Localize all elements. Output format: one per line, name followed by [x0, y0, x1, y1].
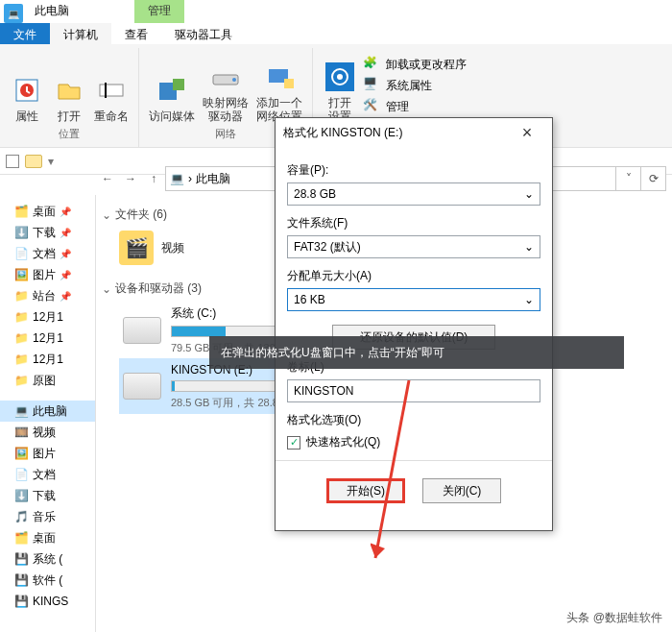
- document-icon: 📄: [13, 246, 29, 261]
- tree-music[interactable]: 🎵音乐: [0, 506, 95, 527]
- ribbon-line-label: 卸载或更改程序: [386, 57, 467, 73]
- svg-point-7: [232, 78, 236, 82]
- tab-manage[interactable]: 管理: [134, 0, 184, 23]
- options-label: 格式化选项(O): [287, 412, 540, 428]
- tree-label: 图片: [33, 446, 56, 462]
- folder-icon: 📁: [13, 373, 29, 388]
- checkbox[interactable]: [6, 155, 19, 168]
- uninstall-icon: 🧩: [363, 56, 380, 73]
- tile-videos[interactable]: 🎬 视频: [119, 229, 253, 267]
- nav-forward-button[interactable]: →: [119, 166, 142, 191]
- download-icon: ⬇️: [13, 488, 29, 503]
- capacity-label: 容量(P):: [287, 162, 540, 179]
- filesystem-label: 文件系统(F): [287, 215, 540, 231]
- tree-label: 站台: [33, 288, 56, 304]
- ribbon-manage[interactable]: 🛠️ 管理: [363, 96, 467, 117]
- tree-software-drive[interactable]: 💾软件 (: [0, 570, 95, 591]
- tab-driver-tools[interactable]: 驱动器工具: [161, 23, 246, 44]
- nav-back-button[interactable]: ←: [96, 166, 119, 191]
- tab-computer[interactable]: 计算机: [50, 23, 111, 44]
- tree-downloads2[interactable]: ⬇️下载: [0, 485, 95, 506]
- dialog-title: 格式化 KINGSTON (E:): [283, 125, 402, 141]
- drive-icon: 💾: [13, 572, 29, 588]
- folder-icon: 🗂️: [13, 530, 29, 546]
- group-label: 网络: [215, 125, 236, 145]
- ribbon-label: 访问媒体: [149, 109, 195, 123]
- open-folder-icon: [54, 75, 84, 106]
- nav-tree: 🗂️桌面📌 ⬇️下载📌 📄文档📌 🖼️图片📌 📁站台📌 📁12月1 📁12月1 …: [0, 195, 96, 632]
- video-icon: 🎞️: [13, 425, 29, 440]
- ribbon-open-settings[interactable]: 打开 设置: [321, 50, 359, 125]
- nav-up-button[interactable]: ↑: [142, 166, 165, 191]
- computer-icon: 💻: [170, 172, 184, 185]
- tree-system-drive[interactable]: 💾系统 (: [0, 548, 95, 570]
- drive-icon: 💾: [13, 594, 29, 609]
- ribbon-label: 打开: [58, 109, 81, 123]
- volume-input[interactable]: KINGSTON: [287, 379, 540, 402]
- tab-file[interactable]: 文件: [0, 23, 50, 44]
- tab-view[interactable]: 查看: [111, 23, 161, 44]
- allocation-select[interactable]: 16 KB ⌄: [287, 288, 540, 311]
- ribbon-add-location[interactable]: 添加一个 网络位置: [254, 50, 304, 125]
- tree-label: 原图: [33, 373, 56, 389]
- svg-rect-2: [100, 85, 123, 96]
- tree-this-pc[interactable]: 💻此电脑: [0, 401, 95, 422]
- tree-pictures2[interactable]: 🖼️图片: [0, 443, 95, 464]
- ribbon-uninstall[interactable]: 🧩 卸载或更改程序: [363, 54, 467, 75]
- chevron-down-icon: ⌄: [524, 293, 534, 306]
- capacity-value: 28.8 GB: [294, 187, 336, 201]
- media-icon: [156, 75, 187, 106]
- tree-site[interactable]: 📁站台📌: [0, 285, 95, 306]
- tree-folder[interactable]: 📁12月1: [0, 349, 95, 370]
- tree-folder[interactable]: 📁12月1: [0, 328, 95, 349]
- ribbon-map-network[interactable]: 映射网络 驱动器: [201, 50, 251, 125]
- ribbon-open[interactable]: 打开: [50, 50, 88, 125]
- format-dialog: 格式化 KINGSTON (E:) × 容量(P): 28.8 GB ⌄ 文件系…: [275, 117, 553, 531]
- quick-format-label: 快速格式化(Q): [306, 434, 380, 450]
- ribbon-line-label: 系统属性: [386, 78, 432, 94]
- tree-label: 音乐: [33, 509, 56, 525]
- drive-icon: 💾: [13, 551, 29, 567]
- tree-kingston-drive[interactable]: 💾KINGS: [0, 591, 95, 612]
- tree-videos[interactable]: 🎞️视频: [0, 422, 95, 443]
- capacity-select[interactable]: 28.8 GB ⌄: [287, 182, 540, 206]
- tile-label: 视频: [161, 240, 184, 256]
- address-text: 此电脑: [196, 171, 230, 187]
- music-icon: 🎵: [13, 509, 29, 524]
- tree-downloads[interactable]: ⬇️下载📌: [0, 222, 95, 243]
- tree-pictures[interactable]: 🖼️图片📌: [0, 264, 95, 285]
- ribbon-access-media[interactable]: 访问媒体: [147, 50, 197, 125]
- tree-desktop2[interactable]: 🗂️桌面: [0, 527, 95, 548]
- ribbon-rename[interactable]: 重命名: [92, 50, 131, 125]
- refresh-button[interactable]: ⟳: [641, 166, 666, 191]
- chevron-down-icon: ⌄: [524, 187, 534, 201]
- start-button[interactable]: 开始(S): [326, 478, 405, 503]
- ribbon-properties[interactable]: 属性: [8, 50, 46, 125]
- annotation-text: 在弹出的格式化U盘窗口中，点击“开始”即可: [221, 345, 444, 361]
- tree-label: 软件 (: [33, 572, 62, 589]
- tree-label: 桌面: [33, 204, 56, 220]
- dropdown-icon[interactable]: ▾: [48, 155, 54, 168]
- quick-format-checkbox[interactable]: ✓ 快速格式化(Q): [287, 434, 540, 450]
- tree-label: 视频: [33, 425, 56, 441]
- folder-icon: 📁: [13, 352, 29, 367]
- computer-icon: 💻: [13, 403, 29, 419]
- tree-desktop[interactable]: 🗂️桌面📌: [0, 201, 95, 222]
- volume-value: KINGSTON: [294, 384, 353, 398]
- folder-icon: [25, 155, 42, 168]
- tree-folder[interactable]: 📁12月1: [0, 306, 95, 328]
- computer-icon: 🖥️: [363, 77, 380, 94]
- close-dialog-button[interactable]: 关闭(C): [422, 478, 501, 503]
- filesystem-select[interactable]: FAT32 (默认) ⌄: [287, 235, 540, 258]
- address-dropdown[interactable]: ˅: [616, 166, 641, 191]
- ribbon-system-properties[interactable]: 🖥️ 系统属性: [363, 75, 467, 96]
- ribbon-label: 映射网络 驱动器: [203, 96, 249, 123]
- chevron-down-icon: ⌄: [524, 240, 534, 254]
- folder-icon: 📁: [13, 309, 29, 325]
- rename-icon: [96, 75, 127, 106]
- tree-documents2[interactable]: 📄文档: [0, 464, 95, 485]
- drive-icon: [123, 373, 161, 400]
- close-button[interactable]: ×: [510, 123, 544, 143]
- tree-folder[interactable]: 📁原图: [0, 370, 95, 391]
- tree-documents[interactable]: 📄文档📌: [0, 243, 95, 264]
